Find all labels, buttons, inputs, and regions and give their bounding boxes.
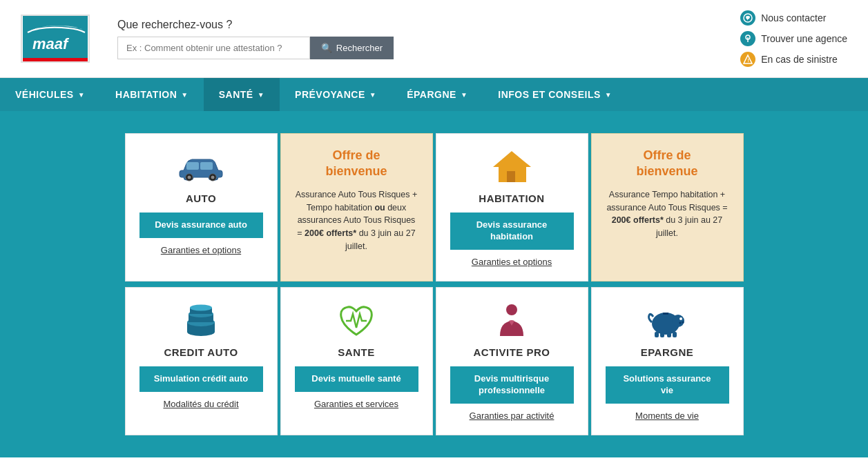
top-row: AUTO Devis assurance auto Garanties et o… (124, 132, 745, 283)
svg-point-23 (672, 315, 684, 327)
nav-epargne-label: ÉPARGNE (407, 89, 456, 100)
offer2-title: Offre debienvenue (636, 148, 697, 180)
bottom-row: CREDIT AUTO Simulation crédit auto Modal… (124, 286, 745, 437)
nav-infos[interactable]: INFOS ET CONSEILS ▼ (483, 78, 627, 111)
nav-epargne[interactable]: ÉPARGNE ▼ (392, 78, 483, 111)
epargne-title: EPARGNE (641, 346, 694, 358)
sante-title: SANTE (338, 346, 374, 358)
contact-label: Nous contacter (761, 12, 826, 23)
nav-prevoyance[interactable]: PRÉVOYANCE ▼ (280, 78, 392, 111)
contact-link[interactable]: Nous contacter (740, 10, 847, 26)
credit-auto-icon (177, 302, 225, 339)
search-icon: 🔍 (321, 43, 332, 53)
habitation-link[interactable]: Garanties et options (472, 257, 552, 267)
nav-habitation-arrow: ▼ (181, 91, 188, 99)
nav-infos-label: INFOS ET CONSEILS (498, 89, 601, 100)
sante-link[interactable]: Garanties et services (314, 399, 398, 409)
habitation-button[interactable]: Devis assurance habitation (450, 213, 574, 250)
pin-icon (740, 31, 755, 46)
offer1-title: Offre debienvenue (325, 148, 387, 180)
nav-prevoyance-arrow: ▼ (369, 91, 376, 99)
header: maaf Que recherchez-vous ? 🔍 Rechercher … (0, 0, 868, 78)
offer1-text: Assurance Auto Tous Risques + Tempo habi… (295, 188, 418, 253)
auto-button[interactable]: Devis assurance auto (139, 213, 263, 238)
offer-card-1: Offre debienvenue Assurance Auto Tous Ri… (280, 133, 433, 282)
svg-point-29 (679, 317, 682, 320)
svg-text:!: ! (748, 58, 749, 63)
svg-point-21 (506, 304, 517, 315)
svg-rect-27 (667, 333, 671, 337)
credit-auto-title: CREDIT AUTO (164, 346, 238, 358)
credit-auto-link[interactable]: Modalités du crédit (163, 399, 238, 409)
nav-infos-arrow: ▼ (605, 91, 612, 99)
card-activite-pro: ACTIVITE PRO Devis multirisque professio… (436, 287, 588, 435)
credit-auto-button[interactable]: Simulation crédit auto (139, 366, 263, 392)
svg-rect-25 (655, 332, 659, 337)
agency-label: Trouver une agence (761, 33, 847, 44)
chat-icon (740, 10, 755, 26)
nav-vehicules-arrow: ▼ (78, 91, 85, 99)
activite-pro-icon (488, 302, 536, 339)
card-credit-auto: CREDIT AUTO Simulation crédit auto Modal… (125, 287, 278, 435)
search-button[interactable]: 🔍 Rechercher (310, 37, 394, 59)
nav-prevoyance-label: PRÉVOYANCE (295, 89, 365, 100)
habitation-icon (488, 148, 536, 186)
epargne-icon (643, 302, 691, 339)
svg-point-10 (211, 176, 215, 179)
logo-area: maaf (21, 14, 90, 63)
nav-habitation[interactable]: HABITATION ▼ (100, 78, 204, 111)
sante-icon (332, 302, 380, 339)
search-input[interactable] (117, 37, 310, 59)
auto-icon (177, 148, 225, 186)
svg-rect-26 (660, 333, 664, 337)
svg-rect-24 (663, 313, 668, 315)
activite-pro-link[interactable]: Garanties par activité (470, 411, 554, 421)
nav-habitation-label: HABITATION (115, 89, 177, 100)
sinistre-link[interactable]: ! En cas de sinistre (740, 52, 847, 67)
agency-link[interactable]: Trouver une agence (740, 31, 847, 46)
auto-link[interactable]: Garanties et options (161, 245, 241, 255)
main-content: AUTO Devis assurance auto Garanties et o… (0, 111, 868, 457)
svg-marker-11 (493, 151, 531, 167)
svg-rect-6 (200, 162, 213, 170)
nav-epargne-arrow: ▼ (461, 91, 467, 99)
logo-box: maaf (21, 14, 90, 63)
top-links: Nous contacter Trouver une agence ! En c… (740, 10, 847, 67)
svg-rect-5 (186, 162, 199, 170)
maaf-logo-svg: maaf (24, 20, 86, 58)
auto-title: AUTO (186, 192, 216, 204)
offer2-text: Assurance Tempo habitation + assurance A… (606, 188, 729, 240)
svg-text:maaf: maaf (32, 35, 70, 52)
warning-icon: ! (740, 52, 755, 67)
search-button-label: Rechercher (336, 43, 383, 53)
card-habitation: HABITATION Devis assurance habitation Ga… (436, 133, 588, 282)
svg-point-30 (682, 321, 684, 323)
offer-card-2: Offre debienvenue Assurance Tempo habita… (591, 133, 744, 282)
card-epargne: EPARGNE Solutions assurance vie Moments … (591, 287, 744, 435)
svg-rect-13 (507, 171, 515, 182)
svg-point-31 (679, 322, 681, 324)
habitation-title: HABITATION (479, 192, 544, 204)
nav-sante-label: SANTÉ (219, 89, 253, 100)
search-label: Que recherchez-vous ? (117, 19, 394, 31)
cards-container: AUTO Devis assurance auto Garanties et o… (124, 132, 745, 437)
sante-button[interactable]: Devis mutuelle santé (295, 366, 418, 392)
card-sante: SANTE Devis mutuelle santé Garanties et … (280, 287, 433, 435)
activite-pro-button[interactable]: Devis multirisque professionnelle (450, 366, 574, 404)
nav-bar: VÉHICULES ▼ HABITATION ▼ SANTÉ ▼ PRÉVOYA… (0, 78, 868, 111)
svg-point-20 (190, 305, 212, 311)
epargne-button[interactable]: Solutions assurance vie (606, 366, 729, 404)
nav-vehicules[interactable]: VÉHICULES ▼ (0, 78, 100, 111)
search-area: Que recherchez-vous ? 🔍 Rechercher (117, 19, 394, 59)
nav-vehicules-label: VÉHICULES (15, 89, 74, 100)
nav-sante[interactable]: SANTÉ ▼ (204, 78, 280, 111)
card-auto: AUTO Devis assurance auto Garanties et o… (125, 133, 278, 282)
svg-point-8 (188, 176, 191, 179)
epargne-link[interactable]: Moments de vie (635, 411, 699, 421)
nav-sante-arrow: ▼ (258, 91, 264, 99)
activite-pro-title: ACTIVITE PRO (473, 346, 550, 358)
search-row: 🔍 Rechercher (117, 37, 394, 59)
svg-rect-28 (673, 332, 677, 337)
logo-inner: maaf (23, 16, 88, 61)
sinistre-label: En cas de sinistre (761, 54, 838, 65)
